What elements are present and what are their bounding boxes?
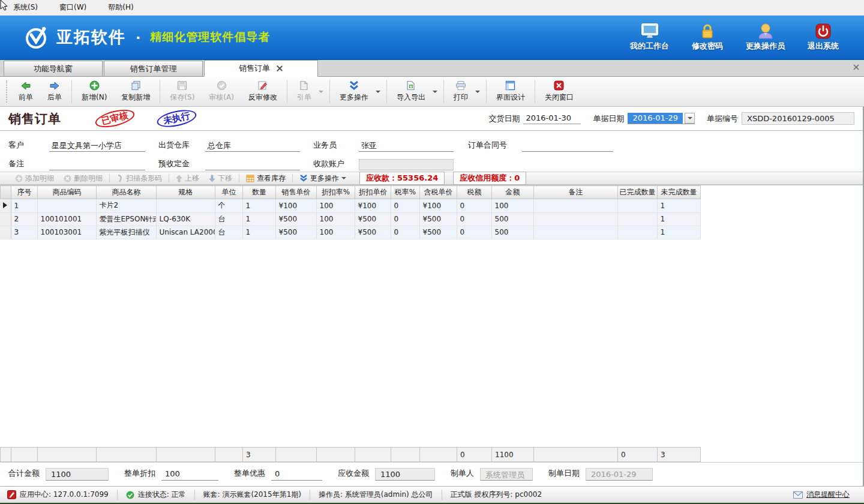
change-password-button[interactable]: 修改密码 bbox=[692, 23, 723, 52]
row-selector[interactable] bbox=[0, 226, 11, 239]
barcode-scan-icon bbox=[116, 175, 124, 182]
table-row[interactable]: 3100103001紫光平板扫描仪Uniscan LA2000台1¥500100… bbox=[0, 226, 700, 239]
main-toolbar: 前单 后单 新增(N) 复制新增 保存(S) 审核(A) 反审修改 bbox=[0, 77, 864, 107]
doc-date-value[interactable]: 2016-01-29 bbox=[628, 113, 683, 124]
detail-toolbar-separator bbox=[109, 174, 110, 182]
print-button[interactable]: 打印 bbox=[446, 77, 475, 106]
col-header[interactable]: 税率% bbox=[391, 186, 420, 199]
col-header[interactable]: 未完成数量 bbox=[658, 186, 701, 199]
summary-qty: 3 bbox=[243, 448, 276, 462]
toolbar-separator bbox=[386, 80, 387, 103]
deposit-field[interactable] bbox=[205, 159, 300, 170]
import-export-icon bbox=[406, 80, 416, 91]
tab-function-nav[interactable]: 功能导航窗 bbox=[4, 61, 103, 76]
customer-field[interactable]: 星星文具第一小学店 bbox=[49, 140, 145, 152]
message-center[interactable]: 消息提醒中心 bbox=[785, 490, 858, 500]
col-header[interactable]: 规格 bbox=[157, 186, 215, 199]
exit-system-button[interactable]: 退出系统 bbox=[808, 23, 839, 52]
print-label: 打印 bbox=[454, 92, 468, 103]
dropdown-caret-icon bbox=[319, 91, 323, 93]
col-header[interactable]: 折扣率% bbox=[317, 186, 355, 199]
salesman-field[interactable]: 张亚 bbox=[359, 140, 454, 152]
import-export-group: 导入导出 bbox=[389, 77, 441, 106]
pull-doc-button[interactable]: 引单 bbox=[290, 77, 319, 106]
connection-text: 连接状态: 正常 bbox=[138, 490, 186, 500]
make-date-field: 2016-01-29 bbox=[586, 468, 653, 481]
doc-date-combo[interactable]: 2016-01-29 bbox=[628, 113, 695, 124]
ui-design-label: 界面设计 bbox=[496, 92, 525, 103]
more-actions-dropdown[interactable] bbox=[376, 77, 384, 106]
col-header[interactable]: 折扣单价 bbox=[355, 186, 391, 199]
import-export-button[interactable]: 导入导出 bbox=[389, 77, 433, 106]
col-header[interactable]: 商品名称 bbox=[97, 186, 157, 199]
add-detail-label: 添加明细 bbox=[25, 173, 54, 184]
col-header[interactable]: 序号 bbox=[11, 186, 38, 199]
col-header[interactable]: 单位 bbox=[215, 186, 243, 199]
row-selector[interactable] bbox=[0, 199, 11, 212]
form-row-1: 客户星星文具第一小学店 出货仓库总仓库 业务员张亚 订单合同号 bbox=[8, 136, 854, 152]
unaudit-edit-button[interactable]: 反审修改 bbox=[241, 77, 284, 106]
credit-limit-label: 应收信用额度： bbox=[460, 173, 514, 182]
tab-sales-order[interactable]: 销售订单 bbox=[204, 60, 318, 77]
menu-window[interactable]: 窗口(W) bbox=[57, 1, 89, 14]
save-button[interactable]: 保存(S) bbox=[163, 77, 202, 106]
import-export-dropdown[interactable] bbox=[433, 77, 441, 106]
order-rebate-field[interactable]: 0 bbox=[271, 468, 322, 481]
app-banner: 亚拓软件 · 精细化管理软件倡导者 我的工作台 bbox=[0, 16, 864, 60]
view-stock-button[interactable]: 查看库存 bbox=[241, 172, 290, 184]
col-header[interactable]: 含税单价 bbox=[420, 186, 457, 199]
total-amount-label: 合计金额 bbox=[8, 468, 40, 481]
delete-detail-button[interactable]: 删除明细 bbox=[59, 172, 107, 184]
col-header[interactable]: 税额 bbox=[457, 186, 492, 199]
contract-field[interactable] bbox=[522, 140, 613, 152]
doc-date-dropdown[interactable] bbox=[685, 113, 695, 124]
print-dropdown[interactable] bbox=[475, 77, 484, 106]
audit-button[interactable]: 审核(A) bbox=[202, 77, 241, 106]
menu-help[interactable]: 帮助(H) bbox=[106, 1, 136, 14]
menu-system[interactable]: 系统(S) bbox=[11, 1, 40, 14]
switch-operator-button[interactable]: 更换操作员 bbox=[746, 23, 785, 52]
pull-doc-label: 引单 bbox=[297, 92, 311, 103]
prev-doc-button[interactable]: 前单 bbox=[11, 77, 40, 106]
col-header[interactable]: 备注 bbox=[534, 186, 618, 199]
warehouse-field[interactable]: 总仓库 bbox=[205, 140, 300, 152]
move-down-button[interactable]: 下移 bbox=[204, 172, 237, 184]
tab-close-icon[interactable] bbox=[276, 65, 283, 72]
pull-doc-dropdown[interactable] bbox=[319, 77, 327, 106]
plus-icon bbox=[89, 80, 100, 91]
move-up-button[interactable]: 上移 bbox=[171, 172, 204, 184]
col-header[interactable]: 金额 bbox=[492, 186, 534, 199]
col-header[interactable]: 销售单价 bbox=[276, 186, 317, 199]
col-header[interactable]: 已完成数量 bbox=[618, 186, 658, 199]
scan-barcode-button[interactable]: 扫描条形码 bbox=[112, 172, 167, 184]
more-actions-button[interactable]: 更多操作 bbox=[332, 77, 376, 106]
copy-new-button[interactable]: 复制新增 bbox=[114, 77, 157, 106]
remark-label: 备注 bbox=[8, 158, 49, 170]
summary-undone-qty: 3 bbox=[658, 448, 701, 462]
printer-icon bbox=[455, 80, 466, 91]
next-doc-button[interactable]: 后单 bbox=[40, 77, 69, 106]
customer-label: 客户 bbox=[8, 140, 49, 152]
delivery-date-field[interactable]: 2016-01-30 bbox=[523, 113, 581, 124]
detail-more-actions-button[interactable]: 更多操作 bbox=[295, 172, 351, 184]
ui-design-button[interactable]: 界面设计 bbox=[489, 77, 532, 106]
table-row[interactable]: 1卡片2个1¥100100¥1000¥10001001 bbox=[0, 199, 700, 212]
order-discount-field[interactable]: 100 bbox=[161, 468, 218, 481]
tabstrip-close-icon[interactable] bbox=[852, 63, 860, 71]
col-header[interactable]: 商品编码 bbox=[38, 186, 97, 199]
row-selector[interactable] bbox=[0, 212, 11, 226]
table-row[interactable]: 2100101001爱普生EPSON针式打印LQ-630K台1¥500100¥5… bbox=[0, 212, 700, 226]
receivable-info-value: 55356.24 bbox=[397, 173, 438, 182]
message-center-link[interactable]: 消息提醒中心 bbox=[806, 490, 850, 500]
app-center-status: 应用中心: 127.0.0.1:7099 bbox=[6, 490, 117, 500]
my-workbench-button[interactable]: 我的工作台 bbox=[630, 23, 669, 52]
order-discount-label: 整单折扣 bbox=[124, 468, 155, 481]
receivable-amount-field: 1100 bbox=[375, 468, 435, 481]
detail-grid: 序号 商品编码 商品名称 规格 单位 数量 销售单价 折扣率% 折扣单价 税率%… bbox=[0, 185, 863, 462]
close-window-button[interactable]: 关闭窗口 bbox=[538, 77, 581, 106]
new-button[interactable]: 新增(N) bbox=[74, 77, 114, 106]
remark-field[interactable] bbox=[49, 159, 145, 170]
col-header[interactable]: 数量 bbox=[243, 186, 276, 199]
tab-sales-order-mgmt[interactable]: 销售订单管理 bbox=[104, 61, 203, 76]
add-detail-button[interactable]: 添加明细 bbox=[10, 172, 59, 184]
